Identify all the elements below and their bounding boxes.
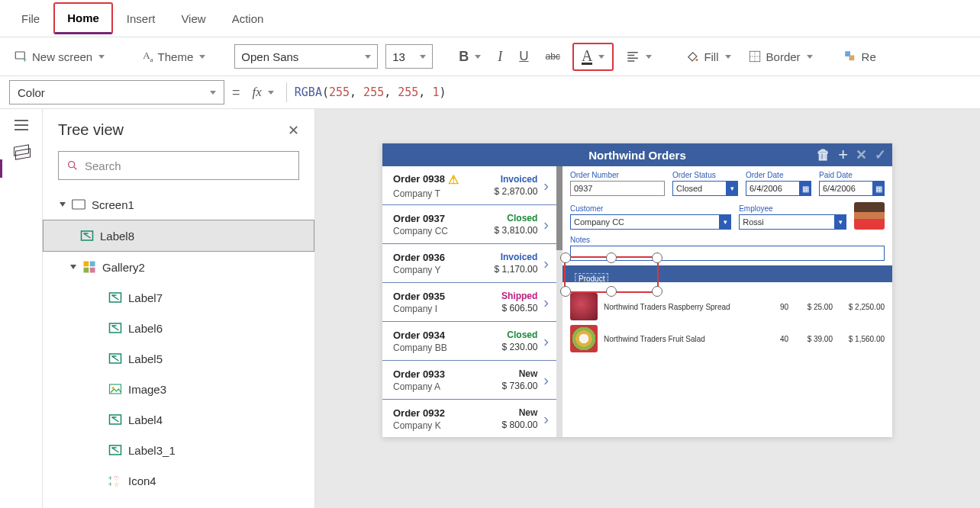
strikethrough-icon: abc: [546, 51, 560, 62]
screen-icon: [72, 199, 85, 210]
svg-rect-11: [849, 56, 854, 61]
order-item[interactable]: Order 0937Company CCClosed$ 3,810.00›: [382, 205, 556, 244]
line-item[interactable]: Northwind Traders Fruit Salad40$ 39.00$ …: [570, 325, 885, 352]
tree-node-label4[interactable]: Label4: [43, 404, 314, 435]
chevron-down-icon: [475, 55, 481, 59]
close-icon[interactable]: ✕: [288, 122, 299, 139]
screen-icon: +: [14, 50, 27, 63]
tree-node-label7[interactable]: Label7: [43, 282, 314, 313]
tree-title: Tree view: [58, 121, 124, 139]
font-size-select[interactable]: 13: [385, 44, 433, 69]
tree-node-gallery2[interactable]: Gallery2: [43, 252, 314, 282]
plus-icon[interactable]: +: [838, 145, 848, 165]
reorder-label: Re: [862, 50, 876, 63]
svg-point-24: [112, 387, 114, 389]
order-item[interactable]: Order 0933Company ANew$ 736.00›: [382, 361, 556, 400]
order-gallery[interactable]: Order 0938 ⚠Company TInvoiced$ 2,870.00›…: [382, 166, 556, 437]
formula-input[interactable]: RGBA(255, 255, 255, 1): [295, 85, 446, 99]
layers-icon: [14, 146, 29, 158]
order-item[interactable]: Order 0932Company KNew$ 800.00›: [382, 400, 556, 437]
input-paid-date[interactable]: 6/4/2006▦: [819, 181, 885, 196]
equals-label: =: [232, 85, 240, 101]
trash-icon[interactable]: 🗑: [817, 147, 830, 163]
tree-node-label6[interactable]: Label6: [43, 313, 314, 343]
chevron-right-icon: ›: [543, 410, 549, 428]
image-icon: [108, 382, 122, 396]
employee-avatar: [854, 202, 885, 230]
chevron-down-icon: [807, 55, 813, 59]
formula-bar: Color = fx RGBA(255, 255, 255, 1): [0, 76, 980, 109]
input-notes[interactable]: [570, 246, 885, 261]
app-title: Northwind Orders: [588, 149, 686, 162]
font-select[interactable]: Open Sans: [234, 44, 378, 69]
tree-node-label5[interactable]: Label5: [43, 343, 314, 374]
gallery-icon: [82, 260, 96, 274]
order-item[interactable]: Order 0934Company BBClosed$ 230.00›: [382, 322, 556, 361]
svg-text:+: +: [108, 481, 112, 488]
input-order-number[interactable]: 0937: [570, 181, 665, 196]
tree-panel: Tree view ✕ Search Screen1 Label8 Galler…: [43, 109, 315, 508]
font-color-button[interactable]: A: [572, 43, 614, 71]
label-icon: [80, 229, 94, 243]
label-paid-date: Paid Date: [819, 171, 885, 179]
fill-button[interactable]: Fill: [681, 47, 735, 66]
menu-insert[interactable]: Insert: [114, 5, 168, 33]
svg-text:+: +: [23, 56, 27, 64]
check-icon[interactable]: ✓: [875, 146, 886, 163]
underline-button[interactable]: U: [514, 46, 533, 67]
bold-button[interactable]: B: [454, 46, 485, 68]
reorder-icon: [843, 50, 857, 63]
new-screen-button[interactable]: + New screen: [9, 47, 109, 66]
theme-label: Theme: [158, 50, 194, 63]
label-icon: [108, 352, 122, 365]
canvas[interactable]: Northwind Orders 🗑 + ✕ ✓ Order 0938 ⚠Com…: [315, 109, 980, 508]
input-order-date[interactable]: 6/4/2006▦: [746, 181, 811, 196]
order-item[interactable]: Order 0938 ⚠Company TInvoiced$ 2,870.00›: [382, 166, 556, 205]
bold-icon: B: [459, 49, 469, 65]
reorder-button[interactable]: Re: [839, 47, 881, 66]
tree-node-screen1[interactable]: Screen1: [43, 189, 314, 220]
warning-icon: ⚠: [448, 173, 459, 186]
select-employee[interactable]: Rossi▾: [739, 214, 846, 230]
label-order-number: Order Number: [570, 171, 665, 179]
strikethrough-button[interactable]: abc: [541, 48, 565, 65]
select-customer[interactable]: Company CC▾: [570, 214, 731, 230]
chevron-down-icon: [98, 55, 105, 59]
svg-rect-17: [90, 262, 95, 267]
menu-view[interactable]: View: [169, 5, 218, 33]
svg-rect-16: [84, 262, 89, 267]
tree-node-label3-1[interactable]: Label3_1: [43, 435, 314, 465]
menu-home[interactable]: Home: [53, 2, 113, 34]
theme-button[interactable]: Aa Theme: [138, 47, 210, 66]
tree-search-input[interactable]: Search: [58, 151, 299, 180]
menu-action[interactable]: Action: [220, 5, 276, 33]
paint-bucket-icon: [685, 50, 699, 63]
select-order-status[interactable]: Closed▾: [672, 181, 738, 196]
order-detail: Order Number 0937 Order Status Closed▾ O…: [563, 166, 892, 437]
fill-label: Fill: [704, 50, 718, 63]
menu-file[interactable]: File: [9, 5, 52, 33]
tree-node-icon4[interactable]: +♡+☆ Icon4: [43, 465, 314, 496]
tree-node-label8[interactable]: Label8: [43, 220, 314, 252]
chevron-down-icon: [598, 55, 604, 59]
order-item[interactable]: Order 0935Company IShipped$ 606.50›: [382, 283, 556, 322]
border-button[interactable]: Border: [743, 47, 817, 66]
product-header-bar: [563, 265, 892, 282]
italic-button[interactable]: I: [493, 46, 507, 68]
align-button[interactable]: [621, 47, 656, 66]
cancel-icon[interactable]: ✕: [856, 146, 867, 163]
gallery-scrollbar[interactable]: [556, 166, 563, 437]
svg-point-6: [696, 59, 698, 61]
fx-button[interactable]: fx: [248, 82, 279, 103]
selected-label-product[interactable]: Product: [575, 273, 608, 285]
app-preview: Northwind Orders 🗑 + ✕ ✓ Order 0938 ⚠Com…: [382, 143, 892, 437]
new-screen-label: New screen: [32, 50, 92, 63]
hamburger-icon[interactable]: [15, 120, 28, 130]
label-customer: Customer: [570, 204, 731, 213]
tree-node-image3[interactable]: Image3: [43, 374, 314, 404]
property-select[interactable]: Color: [9, 80, 224, 104]
order-item[interactable]: Order 0936Company YInvoiced$ 1,170.00›: [382, 244, 556, 283]
line-item[interactable]: Northwind Traders Raspberry Spread90$ 25…: [570, 293, 885, 320]
chevron-right-icon: ›: [543, 371, 549, 389]
tree-view-rail-button[interactable]: [14, 146, 29, 158]
